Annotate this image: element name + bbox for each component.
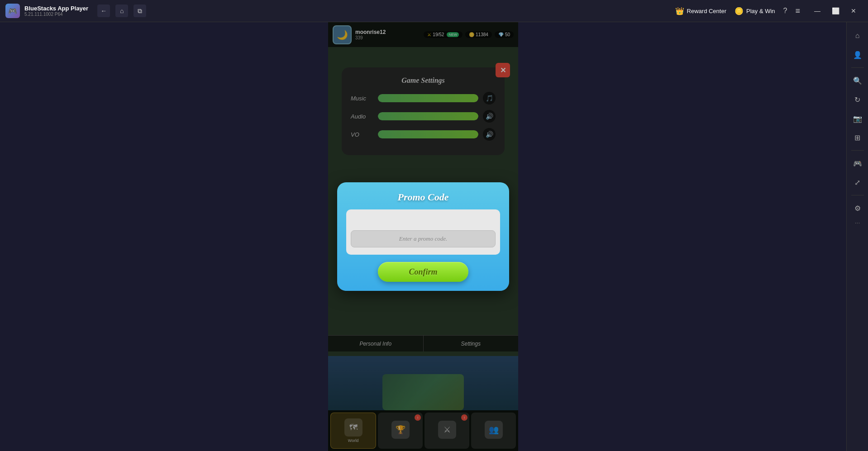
minimize-button[interactable]: — <box>808 0 826 22</box>
reward-icon: 👑 <box>675 7 684 15</box>
app-logo: 🎮 <box>5 4 20 18</box>
titlebar-nav: ← ⌂ ⧉ <box>97 5 146 17</box>
app-name: BlueStacks App Player <box>24 5 88 12</box>
confirm-button[interactable]: Confirm <box>378 262 468 282</box>
play-win-icon: 🪙 <box>734 7 744 15</box>
app-version: 5.21.111.1002 P64 <box>24 12 88 17</box>
promo-code-input[interactable] <box>351 230 496 247</box>
play-win-label: Play & Win <box>746 8 775 14</box>
titlebar: 🎮 BlueStacks App Player 5.21.111.1002 P6… <box>0 0 868 22</box>
reward-center-button[interactable]: 👑 Reward Center <box>675 7 726 15</box>
search-sidebar-icon[interactable]: 🔍 <box>849 72 866 89</box>
more-sidebar-icon[interactable]: ··· <box>855 219 860 226</box>
reward-center-label: Reward Center <box>687 8 726 14</box>
sidebar-divider-1 <box>851 67 864 68</box>
promo-input-area <box>346 209 500 255</box>
user-sidebar-icon[interactable]: 👤 <box>849 47 866 63</box>
help-button[interactable]: ? <box>783 7 787 15</box>
gamepad-sidebar-icon[interactable]: 🎮 <box>849 155 866 171</box>
multi-instance-button[interactable]: ⧉ <box>134 5 146 17</box>
window-controls: — ⬜ ✕ <box>808 0 863 22</box>
promo-title: Promo Code <box>346 191 500 203</box>
home-button[interactable]: ⌂ <box>115 5 128 17</box>
menu-button[interactable]: ≡ <box>795 6 800 16</box>
refresh-sidebar-icon[interactable]: ↻ <box>849 91 866 108</box>
home-sidebar-icon[interactable]: ⌂ <box>849 28 866 44</box>
logo-emoji: 🎮 <box>8 7 17 15</box>
play-win-button[interactable]: 🪙 Play & Win <box>734 7 775 15</box>
settings-sidebar-icon[interactable]: ⚙ <box>849 200 866 216</box>
right-sidebar: ⌂ 👤 🔍 ↻ 📷 ⊞ 🎮 ⤢ ⚙ ··· <box>846 22 868 451</box>
main-area: 🌙 moonrise12 339 ⚔ 19/52 NEW 🪙 11384 💎 <box>0 22 846 451</box>
close-button[interactable]: ✕ <box>844 0 863 22</box>
titlebar-right: 👑 Reward Center 🪙 Play & Win ? ≡ — ⬜ ✕ <box>675 0 863 22</box>
back-button[interactable]: ← <box>97 5 110 17</box>
game-viewport: 🌙 moonrise12 339 ⚔ 19/52 NEW 🪙 11384 💎 <box>328 22 518 451</box>
restore-button[interactable]: ⬜ <box>826 0 844 22</box>
camera-sidebar-icon[interactable]: 📷 <box>849 110 866 127</box>
promo-modal: Promo Code Confirm <box>337 182 509 291</box>
sidebar-divider-3 <box>851 195 864 195</box>
app-info: BlueStacks App Player 5.21.111.1002 P64 <box>24 5 88 17</box>
resize-sidebar-icon[interactable]: ⤢ <box>849 174 866 190</box>
sidebar-divider-2 <box>851 150 864 151</box>
grid-sidebar-icon[interactable]: ⊞ <box>849 129 866 146</box>
modal-overlay: Promo Code Confirm <box>328 22 518 451</box>
